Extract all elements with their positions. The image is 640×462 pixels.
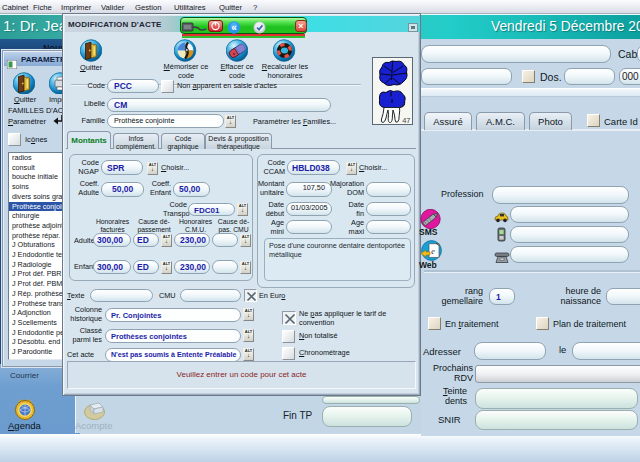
svg-text:47: 47 bbox=[402, 116, 410, 124]
svg-text:e: e bbox=[431, 247, 435, 256]
svg-text:«: « bbox=[231, 22, 237, 33]
